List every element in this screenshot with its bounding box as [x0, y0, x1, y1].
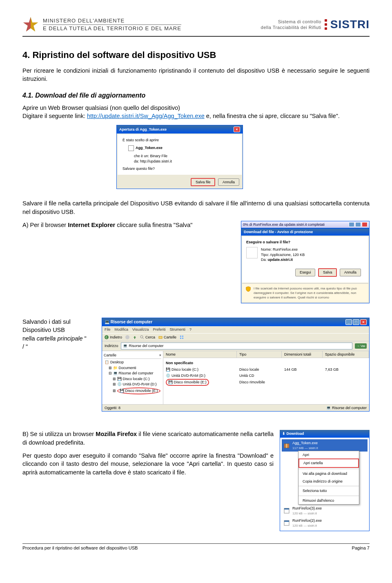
tree-computer[interactable]: ⊟ 💻 Risorse del computer — [104, 371, 161, 376]
menu-file[interactable]: File — [105, 327, 111, 332]
footer-title: Procedura per il ripristino del software… — [22, 545, 138, 550]
save-file-button[interactable]: Salva file — [191, 178, 216, 187]
exe-icon — [283, 520, 290, 526]
svg-rect-13 — [286, 444, 287, 448]
views-button[interactable] — [180, 335, 184, 340]
download-item[interactable]: Agg_Token.exe117 MB — sistri.it — [282, 439, 368, 452]
menu-open[interactable]: Apri — [298, 451, 359, 459]
col-name[interactable]: Nome — [163, 351, 237, 358]
status-objects: Oggetti: 8 — [105, 405, 120, 411]
menu-copy-url[interactable]: Copia indirizzo di origine — [298, 478, 359, 485]
forward-button[interactable] — [125, 335, 129, 340]
download-link[interactable]: http://update.sistri.it/Sw_Agg/Agg_Token… — [87, 113, 205, 119]
svg-marker-2 — [23, 17, 31, 31]
svg-point-3 — [105, 335, 109, 339]
sistri-dots-icon — [325, 19, 327, 30]
svg-rect-17 — [284, 521, 289, 522]
firefox-download-screenshot: ⬇ Download Agg_Token.exe117 MB — sistri.… — [280, 430, 370, 531]
content: 4. Ripristino del software del dispositi… — [22, 49, 370, 531]
status-location: 💻 Risorse del computer — [326, 405, 367, 411]
ministry-logo-icon — [22, 16, 39, 33]
intro-paragraph: Per ricreare le condizioni iniziali di f… — [22, 67, 370, 83]
page-header: MINISTERO DELL'AMBIENTE E DELLA TUTELA D… — [22, 16, 370, 37]
address-input[interactable]: 💻Risorse del computer — [121, 343, 352, 349]
explorer-window-screenshot: 💻 Risorse del computer _□× File Modifica… — [102, 318, 370, 412]
ie-dialog-screenshot: 0% di RunFirefox.exe da update.sistri.it… — [241, 221, 370, 303]
computer-icon: 💻 — [105, 320, 109, 324]
menu-edit[interactable]: Modifica — [115, 327, 129, 332]
table-row[interactable]: 💿 Unità DVD-RAM (D:) Unità CD — [163, 373, 369, 379]
ministry-text: MINISTERO DELL'AMBIENTE E DELLA TUTELA D… — [43, 18, 181, 31]
svg-rect-9 — [182, 336, 183, 337]
shield-icon — [245, 286, 251, 292]
svg-rect-10 — [180, 338, 181, 339]
section-heading: 4. Ripristino del software del dispositi… — [22, 49, 370, 62]
header-right: Sistema di controllo della Tracciabilità… — [261, 18, 370, 31]
context-menu: Apri Apri cartella Vai alla pagina di do… — [298, 451, 359, 505]
exe-icon — [283, 507, 290, 514]
col-type[interactable]: Tipo — [237, 351, 282, 358]
explorer-menubar: File Modifica Visualizza Preferiti Strum… — [102, 326, 369, 333]
explorer-side-text: Salvando i dati sul Dispositivo USB nell… — [22, 318, 96, 351]
menu-select-all[interactable]: Seleziona tutto — [298, 487, 359, 495]
ie-progress-bar: 0% di RunFirefox.exe da update.sistri.it… — [241, 221, 370, 228]
svg-point-4 — [125, 335, 129, 339]
col-size[interactable]: Dimensioni totali — [282, 351, 323, 358]
page-number: Pagina 7 — [352, 545, 370, 550]
menu-remove[interactable]: Rimuovi dall'elenco — [298, 497, 359, 505]
download-instructions: Aprire un Web Browser qualsiasi (non que… — [22, 104, 370, 120]
tree-disk-c[interactable]: ⊞ 💾 Disco locale (C:) — [104, 376, 161, 382]
close-panel-icon[interactable]: × — [159, 353, 161, 358]
tree-dvd[interactable]: ⊞ 💿 Unità DVD-RAM (D:) — [104, 382, 161, 387]
ie-security-warning: I file scaricati da Internet possono ess… — [242, 283, 368, 303]
tree-removable[interactable]: ⊞ 💾 Disco rimovibile (E:) — [104, 387, 161, 395]
close-icon[interactable]: × — [360, 319, 367, 325]
dialog1-titlebar: Apertura di Agg_Token.exe × — [117, 125, 243, 134]
tree-desktop[interactable]: 📋 Desktop — [104, 360, 161, 365]
cancel-button[interactable]: Annulla — [340, 269, 361, 276]
sistri-tagline: Sistema di controllo della Tracciabilità… — [261, 19, 321, 31]
col-free[interactable]: Spazio disponibile — [323, 351, 369, 358]
svg-rect-8 — [180, 336, 181, 337]
up-button[interactable] — [133, 335, 137, 340]
menu-tools[interactable]: Strumenti — [169, 327, 185, 332]
svg-rect-11 — [182, 338, 183, 339]
svg-line-6 — [143, 338, 144, 339]
file-icon — [128, 145, 134, 151]
download-item[interactable]: RunFirefox(2).exe120 kB — sistri.it — [282, 517, 368, 529]
table-row[interactable]: 💾 Disco rimovibile (E:) Disco rimovibile — [163, 378, 369, 386]
svg-marker-1 — [31, 17, 38, 31]
menu-view[interactable]: Visualizza — [132, 327, 149, 332]
folders-button[interactable]: Cartelle — [158, 335, 176, 340]
exe-file-icon — [246, 247, 258, 258]
go-button[interactable]: → Vai — [355, 343, 367, 349]
minimize-icon[interactable]: _ — [345, 319, 352, 325]
table-row[interactable]: 💾 Disco locale (C:) Disco locale 144 GB … — [163, 367, 369, 373]
page-footer: Procedura per il ripristino del software… — [22, 543, 370, 550]
maximize-icon[interactable]: □ — [353, 319, 359, 325]
subsection-heading: 4.1. Download del file di aggiornamento — [22, 91, 370, 100]
header-left: MINISTERO DELL'AMBIENTE E DELLA TUTELA D… — [22, 16, 181, 33]
ministry-line2: E DELLA TUTELA DEL TERRITORIO E DEL MARE — [43, 25, 181, 32]
run-button[interactable]: Esegui — [295, 269, 316, 276]
option-a-text: A) Per il browser Internet Explorer clic… — [22, 221, 235, 234]
menu-open-folder[interactable]: Apri cartella — [298, 458, 359, 468]
svg-rect-15 — [284, 508, 289, 510]
menu-favorites[interactable]: Preferiti — [153, 327, 165, 332]
sistri-logo: SISTRI — [330, 18, 370, 31]
download-item[interactable]: RunFirefox(3).exe120 kB — sistri.it — [282, 505, 368, 517]
computer-icon: 💻 — [123, 343, 127, 349]
ministry-line1: MINISTERO DELL'AMBIENTE — [43, 18, 181, 25]
save-location-paragraph: Salvare il file nella cartella principal… — [22, 199, 370, 216]
menu-goto-page[interactable]: Vai alla pagina di download — [298, 470, 359, 478]
save-button[interactable]: Salva — [318, 268, 337, 277]
ie-dialog-titlebar: Download del file - Avviso di protezione — [241, 229, 369, 236]
search-button[interactable]: Cerca — [140, 335, 155, 340]
back-button[interactable]: Indietro — [105, 335, 122, 340]
cancel-button[interactable]: Annulla — [218, 178, 239, 186]
menu-help[interactable]: ? — [189, 327, 192, 332]
tree-documents[interactable]: ⊞ 📁 Documenti — [104, 365, 161, 371]
firefox-save-dialog-screenshot: Apertura di Agg_Token.exe × È stato scel… — [22, 125, 370, 189]
close-icon[interactable]: × — [234, 127, 240, 132]
archive-icon — [283, 442, 290, 449]
